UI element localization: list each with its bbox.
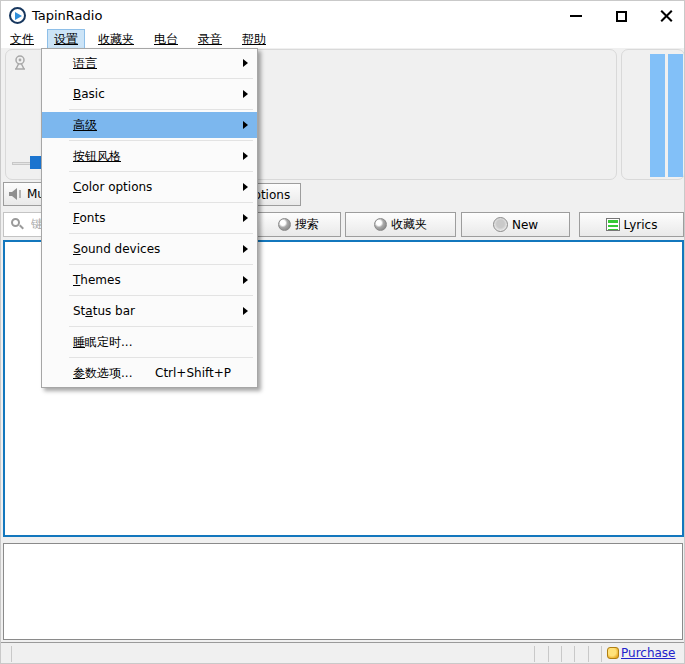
- menu-item-language[interactable]: 语言: [42, 50, 257, 76]
- menu-item-button-style[interactable]: 按钮风格: [42, 143, 257, 169]
- menu-item-themes[interactable]: Themes: [42, 267, 257, 293]
- menu-item-status-bar[interactable]: Status bar: [42, 298, 257, 324]
- menu-file[interactable]: 文件: [3, 29, 41, 50]
- statusbar: Purchase: [1, 642, 685, 664]
- menu-item-basic[interactable]: Basic: [42, 81, 257, 107]
- minimize-button[interactable]: [557, 1, 595, 31]
- search-button-label: 搜索: [295, 216, 319, 233]
- new-circle-icon: [493, 217, 508, 232]
- settings-dropdown-menu: 语言 Basic 高级 按钮风格 Color options Fonts: [41, 48, 258, 388]
- menu-separator: [69, 295, 253, 296]
- titlebar: TapinRadio: [1, 1, 685, 31]
- submenu-arrow-icon: [243, 152, 248, 160]
- menu-recording[interactable]: 录音: [191, 29, 229, 50]
- menu-separator: [69, 109, 253, 110]
- submenu-arrow-icon: [243, 276, 248, 284]
- favorites-swirl-icon: [374, 218, 387, 231]
- menu-separator: [69, 202, 253, 203]
- search-button[interactable]: 搜索: [256, 212, 341, 237]
- menu-item-sleep-timer[interactable]: 睡眠定时...: [42, 329, 257, 355]
- purchase-area: Purchase: [607, 646, 676, 660]
- menu-help[interactable]: 帮助: [235, 29, 273, 50]
- purchase-link[interactable]: Purchase: [621, 646, 676, 660]
- menu-separator: [69, 264, 253, 265]
- search-icon: [11, 218, 24, 231]
- menu-separator: [69, 140, 253, 141]
- submenu-arrow-icon: [243, 214, 248, 222]
- search-swirl-icon: [278, 218, 291, 231]
- vu-bar-right: [668, 54, 683, 177]
- radio-icon: [12, 55, 28, 71]
- vu-meter-panel: [621, 49, 685, 180]
- lyrics-doc-icon: [606, 218, 620, 231]
- window-title: TapinRadio: [32, 8, 102, 23]
- close-icon: [660, 10, 673, 23]
- menu-item-sound-devices[interactable]: Sound devices: [42, 236, 257, 262]
- menu-separator: [69, 171, 253, 172]
- favorites-button-label: 收藏夹: [391, 216, 427, 233]
- submenu-arrow-icon: [243, 183, 248, 191]
- menu-item-fonts[interactable]: Fonts: [42, 205, 257, 231]
- favorites-button[interactable]: 收藏夹: [345, 212, 456, 237]
- speaker-icon: [9, 188, 23, 200]
- lyrics-button-label: Lyrics: [624, 218, 658, 232]
- purchase-icon: [607, 647, 619, 659]
- menu-separator: [69, 357, 253, 358]
- menu-item-color-options[interactable]: Color options: [42, 174, 257, 200]
- tapinradio-window: TapinRadio 文件 设置 收藏夹 电台 录音 帮助 Mute O: [0, 0, 685, 664]
- minimize-icon: [570, 15, 582, 17]
- details-area[interactable]: [3, 543, 683, 640]
- maximize-icon: [616, 11, 627, 22]
- menu-settings[interactable]: 设置: [47, 29, 85, 50]
- close-button[interactable]: [647, 1, 685, 31]
- shortcut-label: Ctrl+Shift+P: [155, 366, 231, 380]
- maximize-button[interactable]: [602, 1, 640, 31]
- app-play-icon: [9, 7, 26, 24]
- menu-stations[interactable]: 电台: [147, 29, 185, 50]
- submenu-arrow-icon: [243, 59, 248, 67]
- new-button-label: New: [512, 218, 538, 232]
- menu-separator: [69, 78, 253, 79]
- vu-bar-left: [650, 54, 665, 177]
- submenu-arrow-icon: [243, 90, 248, 98]
- menubar: 文件 设置 收藏夹 电台 录音 帮助: [1, 31, 685, 48]
- new-button[interactable]: New: [461, 212, 570, 237]
- menu-separator: [69, 233, 253, 234]
- menu-item-preferences[interactable]: 参数选项... Ctrl+Shift+P: [42, 360, 257, 386]
- menu-separator: [69, 326, 253, 327]
- menu-favorites[interactable]: 收藏夹: [91, 29, 141, 50]
- submenu-arrow-icon: [243, 245, 248, 253]
- lyrics-button[interactable]: Lyrics: [579, 212, 684, 237]
- menu-item-advanced[interactable]: 高级: [42, 112, 257, 138]
- submenu-arrow-icon: [243, 121, 248, 129]
- submenu-arrow-icon: [243, 307, 248, 315]
